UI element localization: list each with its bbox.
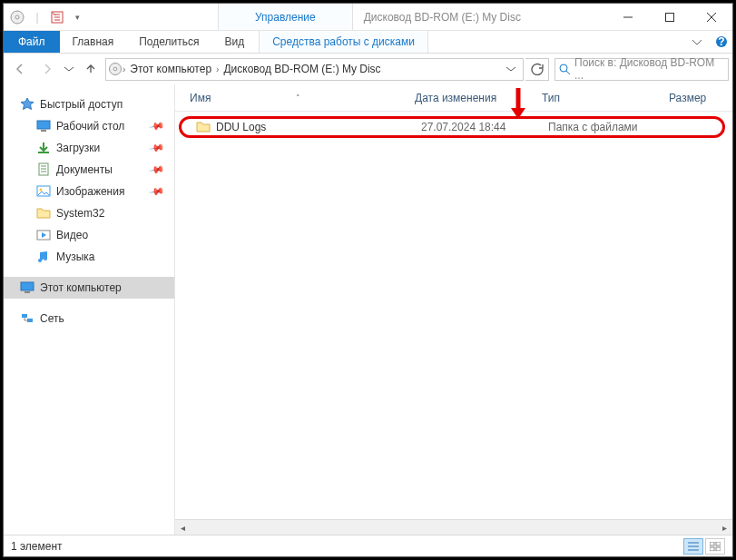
disc-icon (108, 62, 123, 76)
quick-access-toolbar: | ▾ (4, 9, 91, 25)
col-name[interactable]: Имя˄ (190, 92, 415, 104)
qat-dropdown-icon[interactable]: ▾ (69, 9, 85, 25)
tab-home[interactable]: Главная (60, 31, 127, 53)
svg-rect-21 (710, 547, 714, 551)
svg-rect-15 (21, 282, 34, 290)
crumb-thispc[interactable]: Этот компьютер (125, 59, 216, 80)
details-view-button[interactable] (683, 538, 703, 555)
address-bar: › Этот компьютер › Дисковод BD-ROM (E:) … (4, 54, 732, 84)
sidebar-item-label: Видео (56, 229, 88, 241)
explorer-window: | ▾ Управление Дисковод BD-ROM (E:) My D… (3, 3, 733, 557)
minimize-button[interactable] (607, 4, 649, 31)
file-list: Имя˄ Дата изменения Тип Размер DDU Logs … (175, 84, 732, 535)
file-type: Папка с файлами (548, 121, 675, 133)
column-headers: Имя˄ Дата изменения Тип Размер (175, 84, 732, 112)
svg-rect-22 (716, 547, 721, 551)
file-tab[interactable]: Файл (4, 31, 60, 53)
svg-point-1 (15, 15, 19, 19)
search-icon (559, 64, 571, 75)
sidebar-item[interactable]: Музыка (4, 246, 174, 268)
help-icon[interactable]: ? (711, 31, 732, 53)
sidebar-item[interactable]: Изображения📌 (4, 181, 174, 202)
titlebar: | ▾ Управление Дисковод BD-ROM (E:) My D… (4, 4, 732, 31)
desktop-icon (36, 119, 51, 133)
sidebar-item-label: Изображения (56, 185, 124, 198)
svg-rect-9 (37, 121, 50, 129)
svg-rect-10 (41, 130, 46, 132)
pin-icon: 📌 (149, 183, 166, 201)
folder-icon (196, 120, 211, 134)
sidebar-item-label: Музыка (56, 251, 94, 263)
pin-icon: 📌 (149, 162, 166, 179)
svg-rect-20 (716, 542, 721, 545)
svg-rect-16 (25, 291, 30, 293)
documents-icon (36, 162, 51, 177)
ribbon: Файл Главная Поделиться Вид Средства раб… (4, 31, 732, 54)
svg-text:?: ? (718, 35, 724, 48)
folder-icon (36, 206, 51, 221)
refresh-button[interactable] (525, 58, 549, 81)
col-type[interactable]: Тип (542, 92, 669, 104)
search-input[interactable]: Поиск в: Дисковод BD-ROM ... (554, 58, 729, 81)
quick-access[interactable]: Быстрый доступ (4, 93, 174, 115)
svg-rect-19 (710, 542, 714, 545)
back-button[interactable] (7, 56, 33, 82)
sidebar-item-label: System32 (56, 207, 104, 220)
file-name: DDU Logs (216, 121, 266, 133)
body: Быстрый доступ Рабочий стол📌Загрузки📌Док… (4, 84, 732, 535)
star-icon (20, 97, 34, 112)
sidebar-item[interactable]: Видео (4, 224, 174, 246)
properties-icon[interactable] (49, 9, 65, 25)
network-label: Сеть (40, 312, 64, 325)
col-size[interactable]: Размер (669, 92, 723, 104)
disc-icon (9, 9, 25, 25)
sidebar-item-label: Загрузки (56, 142, 100, 154)
window-title: Дисковод BD-ROM (E:) My Disc (353, 11, 607, 24)
pin-icon: 📌 (149, 140, 166, 157)
quick-access-label: Быстрый доступ (40, 98, 123, 111)
music-icon (36, 250, 51, 264)
forward-button[interactable] (34, 56, 60, 82)
maximize-button[interactable] (649, 4, 691, 31)
this-pc[interactable]: Этот компьютер (4, 277, 174, 299)
sidebar-item-label: Документы (56, 163, 113, 176)
sidebar-item[interactable]: Загрузки📌 (4, 137, 174, 159)
pin-icon: 📌 (149, 118, 166, 135)
col-date[interactable]: Дата изменения (415, 92, 542, 104)
sidebar-item[interactable]: Документы📌 (4, 159, 174, 181)
address-box[interactable]: › Этот компьютер › Дисковод BD-ROM (E:) … (105, 58, 524, 81)
tab-disc-tools[interactable]: Средства работы с дисками (259, 31, 428, 53)
tab-view[interactable]: Вид (211, 31, 257, 53)
svg-rect-17 (22, 314, 27, 318)
downloads-icon (36, 141, 51, 155)
monitor-icon (20, 280, 34, 295)
ribbon-expand-icon[interactable] (683, 31, 711, 53)
crumb-drive[interactable]: Дисковод BD-ROM (E:) My Disc (219, 59, 385, 80)
navigation-pane: Быстрый доступ Рабочий стол📌Загрузки📌Док… (4, 84, 175, 535)
contextual-title: Управление (218, 4, 353, 30)
this-pc-label: Этот компьютер (40, 281, 122, 294)
search-placeholder: Поиск в: Дисковод BD-ROM ... (574, 56, 724, 82)
svg-point-13 (40, 189, 43, 192)
sidebar-item[interactable]: System32 (4, 202, 174, 224)
horizontal-scrollbar[interactable]: ◂ ▸ (175, 519, 732, 535)
qat-sep-icon: | (29, 9, 45, 25)
window-buttons (607, 4, 732, 31)
svg-point-8 (560, 64, 567, 72)
scroll-right-icon[interactable]: ▸ (717, 523, 732, 533)
up-button[interactable] (78, 56, 103, 82)
table-row[interactable]: DDU Logs 27.07.2024 18:44 Папка с файлам… (179, 116, 725, 138)
icons-view-button[interactable] (705, 538, 725, 555)
scroll-left-icon[interactable]: ◂ (175, 523, 191, 533)
svg-rect-3 (666, 13, 674, 21)
sidebar-item-label: Рабочий стол (56, 120, 124, 133)
close-button[interactable] (691, 4, 732, 31)
network[interactable]: Сеть (4, 308, 174, 329)
tab-share[interactable]: Поделиться (126, 31, 211, 53)
address-dropdown-icon[interactable] (501, 64, 521, 74)
recent-dropdown-icon[interactable] (62, 56, 76, 82)
item-count: 1 элемент (11, 540, 63, 553)
sidebar-item[interactable]: Рабочий стол📌 (4, 115, 174, 137)
svg-point-7 (113, 67, 117, 71)
file-date: 27.07.2024 18:44 (421, 121, 548, 133)
